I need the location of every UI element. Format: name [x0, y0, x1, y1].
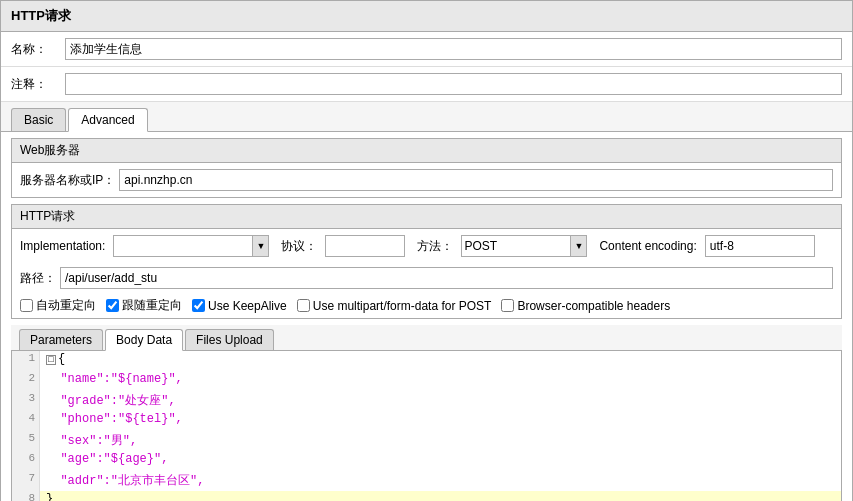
server-input[interactable] — [119, 169, 833, 191]
implementation-arrow[interactable]: ▼ — [253, 235, 269, 257]
line-num-1: 1 — [12, 351, 40, 371]
comment-row: 注释： — [1, 67, 852, 102]
method-arrow[interactable]: ▼ — [571, 235, 587, 257]
line-num-6: 6 — [12, 451, 40, 471]
checkbox-keepalive[interactable]: Use KeepAlive — [192, 299, 287, 313]
encoding-input[interactable] — [705, 235, 815, 257]
path-input[interactable] — [60, 267, 833, 289]
tab-advanced[interactable]: Advanced — [68, 108, 147, 132]
method-wrapper: ▼ — [461, 235, 587, 257]
line-num-5: 5 — [12, 431, 40, 451]
code-line-2: 2 "name":"${name}", — [12, 371, 841, 391]
line-num-8: 8 — [12, 491, 40, 501]
line-content-1: □{ — [40, 351, 841, 371]
line-content-4: "phone":"${tel}", — [40, 411, 841, 431]
code-area: 1 □{ 2 "name":"${name}", 3 "grade":"处女座"… — [11, 351, 842, 501]
collapse-icon[interactable]: □ — [46, 355, 56, 365]
checkbox-keepalive-input[interactable] — [192, 299, 205, 312]
line-content-2: "name":"${name}", — [40, 371, 841, 391]
code-line-6: 6 "age":"${age}", — [12, 451, 841, 471]
encoding-label: Content encoding: — [599, 239, 696, 253]
checkbox-multipart[interactable]: Use multipart/form-data for POST — [297, 299, 492, 313]
implementation-wrapper: ▼ — [113, 235, 269, 257]
web-server-section: Web服务器 服务器名称或IP： — [11, 138, 842, 198]
comment-input[interactable] — [65, 73, 842, 95]
code-line-3: 3 "grade":"处女座", — [12, 391, 841, 411]
line-num-2: 2 — [12, 371, 40, 391]
comment-label: 注释： — [11, 76, 61, 93]
code-line-7: 7 "addr":"北京市丰台区", — [12, 471, 841, 491]
code-line-8: 8 } — [12, 491, 841, 501]
path-label: 路径： — [20, 270, 56, 287]
line-num-3: 3 — [12, 391, 40, 411]
protocol-label: 协议： — [281, 238, 317, 255]
inner-tab-files-upload[interactable]: Files Upload — [185, 329, 274, 350]
code-line-4: 4 "phone":"${tel}", — [12, 411, 841, 431]
line-num-7: 7 — [12, 471, 40, 491]
inner-tab-body-data[interactable]: Body Data — [105, 329, 183, 351]
checkbox-redirect-input[interactable] — [20, 299, 33, 312]
method-label: 方法： — [417, 238, 453, 255]
checkboxes-row: 自动重定向 跟随重定向 Use KeepAlive Use multipart/… — [12, 293, 841, 318]
page-title: HTTP请求 — [11, 8, 71, 23]
server-label: 服务器名称或IP： — [20, 172, 115, 189]
line-num-4: 4 — [12, 411, 40, 431]
tab-basic[interactable]: Basic — [11, 108, 66, 131]
line-content-8: } — [40, 491, 841, 501]
code-line-5: 5 "sex":"男", — [12, 431, 841, 451]
checkbox-follow-redirect-input[interactable] — [106, 299, 119, 312]
checkbox-browser-compat-input[interactable] — [501, 299, 514, 312]
name-row: 名称： — [1, 32, 852, 67]
inner-tab-parameters[interactable]: Parameters — [19, 329, 103, 350]
name-input[interactable] — [65, 38, 842, 60]
http-request-title: HTTP请求 — [12, 205, 841, 229]
method-input[interactable] — [461, 235, 571, 257]
line-content-6: "age":"${age}", — [40, 451, 841, 471]
implementation-input[interactable] — [113, 235, 253, 257]
http-request-section: HTTP请求 Implementation: ▼ 协议： 方法： ▼ Conte… — [11, 204, 842, 319]
code-line-1: 1 □{ — [12, 351, 841, 371]
name-label: 名称： — [11, 41, 61, 58]
protocol-wrapper — [325, 235, 405, 257]
section-title: HTTP请求 — [1, 1, 852, 32]
line-content-3: "grade":"处女座", — [40, 391, 841, 411]
checkbox-browser-compat[interactable]: Browser-compatible headers — [501, 299, 670, 313]
main-tabs-bar: Basic Advanced — [1, 102, 852, 132]
main-container: HTTP请求 名称： 注释： Basic Advanced Web服务器 服务器… — [0, 0, 853, 501]
inner-tabs-bar: Parameters Body Data Files Upload — [11, 325, 842, 351]
http-options-row: Implementation: ▼ 协议： 方法： ▼ Content enco… — [12, 229, 841, 263]
checkbox-follow-redirect[interactable]: 跟随重定向 — [106, 297, 182, 314]
checkbox-multipart-input[interactable] — [297, 299, 310, 312]
line-content-5: "sex":"男", — [40, 431, 841, 451]
protocol-input[interactable] — [325, 235, 405, 257]
server-row: 服务器名称或IP： — [12, 163, 841, 197]
line-content-7: "addr":"北京市丰台区", — [40, 471, 841, 491]
path-row: 路径： — [12, 263, 841, 293]
checkbox-redirect[interactable]: 自动重定向 — [20, 297, 96, 314]
implementation-label: Implementation: — [20, 239, 105, 253]
web-server-title: Web服务器 — [12, 139, 841, 163]
